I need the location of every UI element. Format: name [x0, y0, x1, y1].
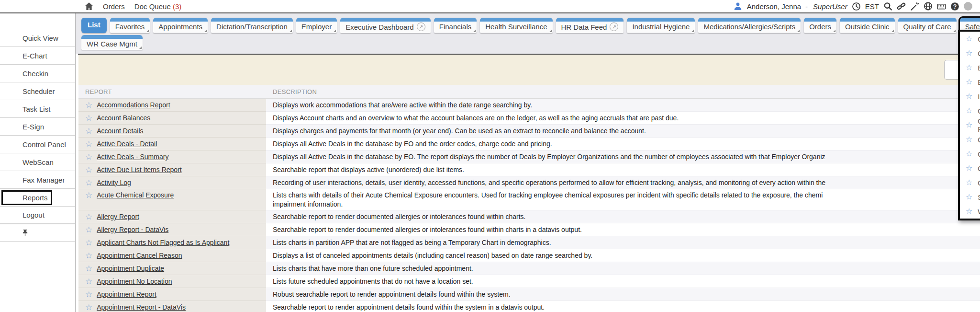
- favorite-star-icon[interactable]: ☆: [966, 78, 972, 86]
- report-link[interactable]: Active Deals - Detail: [97, 140, 157, 148]
- dropdown-menu-item[interactable]: ☆ OSHA/DART Trending ↗: [960, 175, 980, 190]
- home-icon[interactable]: [84, 2, 93, 11]
- favorite-star-icon[interactable]: ☆: [966, 49, 972, 57]
- dropdown-menu-item[interactable]: ☆ OSHA Statistics ↗: [960, 147, 980, 161]
- favorite-star-icon[interactable]: ☆: [85, 191, 92, 199]
- report-description: Searchable report that displays active (…: [273, 165, 980, 174]
- favorite-star-icon[interactable]: ☆: [85, 213, 92, 221]
- magic-wand-icon[interactable]: [910, 2, 919, 11]
- search-icon[interactable]: [883, 2, 892, 11]
- report-link[interactable]: Accommodations Report: [97, 101, 170, 109]
- report-link[interactable]: Activity Log: [97, 179, 131, 186]
- favorite-star-icon[interactable]: ☆: [85, 114, 92, 122]
- favorite-star-icon[interactable]: ☆: [966, 150, 972, 158]
- favorite-star-icon[interactable]: ☆: [966, 193, 972, 201]
- report-link[interactable]: Appointment Report - DataVis: [97, 303, 186, 311]
- favorite-star-icon[interactable]: ☆: [966, 208, 972, 215]
- report-link[interactable]: Allergy Report: [97, 213, 139, 220]
- report-link[interactable]: Allergy Report - DataVis: [97, 226, 168, 233]
- report-category-tab[interactable]: WR Case Mgmt ↗: [81, 35, 143, 50]
- description-cell: Recording of user interactions, details,…: [266, 176, 980, 189]
- report-link[interactable]: Appointment Report: [97, 290, 156, 298]
- report-category-tab[interactable]: Industrial Hygiene ↗: [627, 18, 695, 33]
- dropdown-menu-item[interactable]: ☆ Sharps Log ↗: [960, 190, 980, 204]
- report-cell: ☆ Acute Chemical Exposure: [78, 189, 266, 210]
- presence-indicator-icon[interactable]: [964, 2, 972, 11]
- favorite-star-icon[interactable]: ☆: [85, 140, 92, 148]
- dropdown-menu-item[interactable]: ☆ Case Merge ↗: [960, 32, 980, 46]
- sidebar-item[interactable]: Checkin: [0, 64, 75, 82]
- favorite-star-icon[interactable]: ☆: [85, 101, 92, 109]
- nav-doc-queue[interactable]: Doc Queue (3): [134, 2, 181, 11]
- report-link[interactable]: Active Due List Items Report: [97, 166, 181, 173]
- report-category-tab[interactable]: Appointments ↗: [153, 18, 208, 33]
- sidebar-item[interactable]: E-Sign: [0, 117, 75, 135]
- keyboard-icon[interactable]: [937, 2, 946, 11]
- clock-icon[interactable]: [852, 2, 861, 11]
- favorite-star-icon[interactable]: ☆: [85, 239, 92, 247]
- favorite-star-icon[interactable]: ☆: [85, 252, 92, 260]
- dropdown-menu-item[interactable]: ☆ Employee Safety Trends ↗: [960, 60, 980, 75]
- sidebar-item[interactable]: Logout: [0, 206, 75, 224]
- sidebar-item[interactable]: Scheduler: [0, 82, 75, 100]
- favorite-star-icon[interactable]: ☆: [966, 179, 972, 186]
- sidebar-item[interactable]: Task List: [0, 100, 75, 117]
- report-link[interactable]: Applicant Charts Not Flagged as Is Appli…: [97, 239, 229, 246]
- favorite-star-icon[interactable]: ☆: [85, 226, 92, 234]
- dropdown-menu-item[interactable]: ☆ OSHA 300A Report ↗: [960, 132, 980, 147]
- report-category-tab[interactable]: HR Data Feed ↗: [556, 18, 624, 33]
- nav-orders[interactable]: Orders: [103, 2, 125, 11]
- report-category-tab[interactable]: Health Surveillance ↗: [480, 18, 552, 33]
- report-category-tab[interactable]: Executive Dashboard ↗: [340, 18, 431, 33]
- favorite-star-icon[interactable]: ☆: [85, 290, 92, 299]
- dropdown-menu-item[interactable]: ☆ Incident Report ↗: [960, 89, 980, 104]
- sidebar-item[interactable]: Reports: [0, 188, 75, 206]
- favorite-star-icon[interactable]: ☆: [966, 64, 972, 71]
- report-category-tab[interactable]: Financials ↗: [434, 18, 477, 33]
- favorite-star-icon[interactable]: ☆: [85, 265, 92, 273]
- favorite-star-icon[interactable]: ☆: [966, 121, 972, 129]
- report-category-tab[interactable]: Medications/Allergies/Scripts ↗: [698, 18, 801, 33]
- dropdown-menu-item[interactable]: ☆ OSHA 300/301 Case Data Report ↗: [960, 118, 980, 132]
- report-category-tab[interactable]: List ↗: [81, 18, 107, 33]
- dropdown-menu-item[interactable]: ☆ Event Review ↗: [960, 75, 980, 89]
- sidebar-item[interactable]: Control Panel: [0, 135, 75, 153]
- dropdown-menu-item[interactable]: ☆ OSHA/DART Events By Dept ↗: [960, 161, 980, 175]
- report-link[interactable]: Appointment No Location: [97, 277, 172, 285]
- favorite-star-icon[interactable]: ☆: [966, 136, 972, 143]
- favorite-star-icon[interactable]: ☆: [85, 127, 92, 135]
- dropdown-menu-item[interactable]: ☆ Claims ↗: [960, 46, 980, 60]
- dropdown-menu-item[interactable]: ☆ Work Comp ↗: [960, 204, 980, 219]
- sidebar-item[interactable]: E-Chart: [0, 46, 75, 64]
- sidebar-item[interactable]: WebScan: [0, 153, 75, 171]
- report-link[interactable]: Account Balances: [97, 114, 150, 122]
- favorite-star-icon[interactable]: ☆: [85, 179, 92, 187]
- report-category-tab[interactable]: Employer ↗: [296, 18, 337, 33]
- report-link[interactable]: Active Deals - Summary: [97, 153, 168, 161]
- report-link[interactable]: Appointment Cancel Reason: [97, 252, 182, 259]
- dropdown-menu-item[interactable]: ☆ OSHA 300 Log ↗: [960, 104, 980, 118]
- sidebar-item-pin[interactable]: [0, 224, 75, 242]
- favorite-star-icon[interactable]: ☆: [85, 153, 92, 161]
- globe-icon[interactable]: [924, 2, 933, 11]
- favorite-star-icon[interactable]: ☆: [85, 166, 92, 174]
- user-name[interactable]: Anderson, Jenna: [747, 2, 801, 11]
- favorite-star-icon[interactable]: ☆: [966, 35, 972, 43]
- favorite-star-icon[interactable]: ☆: [85, 303, 92, 312]
- help-icon[interactable]: ?: [950, 2, 959, 11]
- favorite-star-icon[interactable]: ☆: [966, 92, 972, 100]
- report-category-tab[interactable]: Favorites ↗: [110, 18, 150, 33]
- report-link[interactable]: Account Details: [97, 127, 143, 135]
- report-category-tab[interactable]: Quality of Care ↗: [898, 18, 957, 33]
- link-icon[interactable]: [897, 2, 906, 11]
- report-link[interactable]: Acute Chemical Exposure: [97, 191, 174, 199]
- report-category-tab[interactable]: Outside Clinic ↗: [840, 18, 895, 33]
- favorite-star-icon[interactable]: ☆: [966, 107, 972, 115]
- favorite-star-icon[interactable]: ☆: [85, 277, 92, 286]
- report-category-tab[interactable]: Orders ↗: [804, 18, 836, 33]
- sidebar-item[interactable]: Fax Manager: [0, 171, 75, 188]
- report-category-tab[interactable]: Dictation/Transcription ↗: [211, 18, 293, 33]
- report-link[interactable]: Appointment Duplicate: [97, 265, 164, 272]
- favorite-star-icon[interactable]: ☆: [966, 164, 972, 172]
- sidebar-item[interactable]: Quick View: [0, 29, 75, 46]
